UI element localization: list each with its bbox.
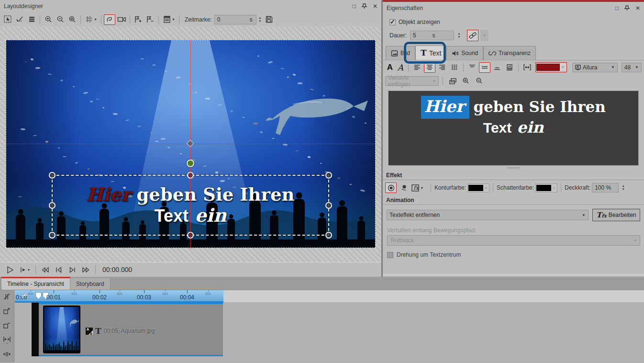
expand-timeline-icon[interactable] [1,349,13,359]
valign-middle-button[interactable] [479,62,490,73]
pin-icon[interactable] [624,5,630,11]
add-track-icon[interactable] [1,306,13,316]
properties-tabs: Bild T Text Sound Transparenz [383,45,644,60]
select-tool-icon[interactable] [2,14,13,25]
valign-bottom-button[interactable] [491,62,503,73]
link-options-dropdown[interactable]: ▼ [480,30,489,41]
fit-timeline-icon[interactable] [1,334,13,345]
konturfarbe-picker[interactable]: ▼ [467,183,489,193]
fx-effects-dropdown[interactable]: fx▾ [411,182,427,193]
bearbeiten-button[interactable]: Tfx Bearbeiten [592,209,640,221]
clip-text-icon: T [95,326,101,336]
ruler-minor-mark: 500 [162,292,168,295]
objekt-anzeigen-checkbox[interactable] [389,19,396,25]
drehung-checkbox[interactable] [387,252,393,258]
valign-top-button[interactable] [466,62,478,73]
resize-handle-e[interactable] [325,202,332,209]
textblock-dropdown[interactable]: Textblock ▼ [387,235,640,246]
resize-handle-se[interactable] [325,232,332,238]
play-from-here-button[interactable]: ▾ [17,264,32,275]
rewind-button[interactable] [40,264,51,275]
font-family-select[interactable]: Allura ▼ [572,63,618,72]
add-keyframe-icon[interactable] [133,14,144,25]
align-justify-button[interactable] [449,62,460,73]
zeitmarke-stepper[interactable]: ▲▼ [257,15,263,24]
ruler-mark: 00:04 [180,294,194,301]
resize-handle-nw[interactable] [49,172,56,179]
deckkraft-stepper[interactable]: ▲▼ [620,183,626,193]
autofit-text-button[interactable] [522,62,533,73]
pin-icon[interactable] [362,3,367,9]
text-edit-preview[interactable]: Hier geben Sie Ihren Text ein [388,91,639,166]
preview-zoom-in-icon[interactable] [460,76,472,86]
timeline-ruler[interactable]: 0:00 ✂ 00:0100:0200:0300:045005005005005… [15,290,223,303]
align-right-button[interactable] [436,62,448,73]
deckkraft-input[interactable]: 100 % [592,183,619,193]
schattenfarbe-picker[interactable]: ▼ [535,183,557,193]
bold-button[interactable]: A [385,62,395,73]
motion-path-tool-icon[interactable] [104,14,115,25]
preview-resize-grip[interactable] [383,166,644,170]
skip-to-end-button[interactable] [67,264,78,275]
tab-storyboard[interactable]: Storyboard [70,278,111,290]
close-icon[interactable]: ✕ [635,5,640,11]
preview-line2-italic[interactable]: ein [511,118,544,136]
play-button[interactable] [4,264,15,275]
save-icon[interactable] [264,14,275,25]
variable-insert-dropdown[interactable]: Variable einfügen ▼ [385,76,439,86]
zoom-reset-icon[interactable] [67,14,78,25]
remove-track-icon[interactable] [1,320,13,330]
maximize-icon[interactable]: □ [353,3,356,9]
tab-text[interactable]: T Text [415,45,446,60]
align-left-button[interactable] [411,62,423,73]
italic-button[interactable]: A [396,62,405,73]
transition-icon: A B [86,328,93,335]
link-duration-button[interactable] [467,30,478,41]
preview-line1-rest[interactable]: geben Sie Ihren [473,98,605,115]
remove-keyframe-icon[interactable] [144,14,156,25]
zoom-in-icon[interactable] [43,14,54,25]
preview-selected-word[interactable]: Hier [421,96,469,119]
range-flag-start[interactable] [35,292,42,300]
preview-line2-bold[interactable]: Text [483,120,511,136]
skip-to-start-button[interactable] [53,264,65,275]
curve-tool-icon[interactable] [14,14,25,25]
font-size-select[interactable]: 48 ▼ [622,63,642,72]
canvas-text-line1: geben Sie Ihren [131,184,295,205]
zoom-out-icon[interactable] [55,14,66,25]
bewegungspfad-label: Verhalten entlang Bewegungspfad: [387,227,644,234]
tab-timeline-spuransicht[interactable]: Timeline - Spuransicht [1,277,70,290]
resize-handle-sw[interactable] [49,232,56,238]
tab-transparenz[interactable]: Transparenz [483,46,536,60]
tab-bild[interactable]: Bild [386,46,415,60]
slide-image[interactable]: Hier geben Sie Ihren Text ein [6,40,375,248]
outline-effect-button[interactable] [385,182,397,193]
preview-zoom-out-icon[interactable] [474,76,485,86]
tab-sound[interactable]: Sound [446,46,483,60]
resize-handle-w[interactable] [49,202,56,209]
font-color-picker[interactable]: ▼ [535,62,567,72]
hide-track-icon[interactable] [1,291,13,302]
fast-forward-button[interactable] [80,264,91,275]
object-list-icon[interactable]: ▾ [161,14,177,25]
font-color-swatch [536,64,560,71]
resize-handle-ne[interactable] [325,172,332,179]
text-image-layout-button[interactable] [504,62,515,73]
dauer-input[interactable]: 5 s [410,31,454,40]
texteffekt-dropdown[interactable]: Texteffekt entfernen ▼ [387,210,588,220]
effekt-toolbar: fx▾ Konturfarbe: ▼ Schattenfarbe: ▼ Deck… [383,180,644,195]
zeitmarke-input[interactable]: 0 s [214,15,256,24]
image-icon [391,50,398,57]
layers-tool-icon[interactable] [26,14,37,25]
duplicate-window-icon[interactable] [447,76,458,86]
ruler-minor-mark: 500 [71,292,77,295]
rotation-handle[interactable] [187,159,194,167]
close-icon[interactable]: ✕ [373,3,378,9]
shadow-effect-button[interactable] [398,182,410,193]
grid-tool-icon[interactable]: ▾ [83,14,99,25]
timeline-clip[interactable]: A B T 00:05, Aquarium.jpg [39,303,223,356]
camera-tool-icon[interactable] [116,14,127,25]
maximize-icon[interactable]: □ [615,5,619,11]
align-center-button[interactable] [424,62,435,73]
dauer-stepper[interactable]: ▲▼ [456,31,462,40]
